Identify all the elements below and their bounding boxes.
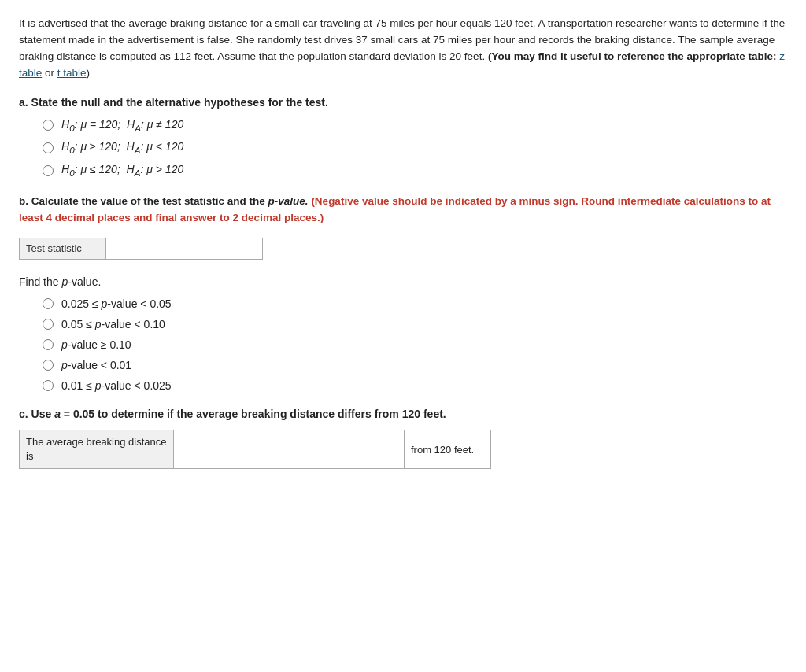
- p-value-radio-5[interactable]: [43, 380, 54, 391]
- intro-or: or: [45, 67, 57, 79]
- hypothesis-radio-group: H0: μ = 120; HA: μ ≠ 120 H0: μ ≥ 120; HA…: [43, 118, 787, 178]
- p-value-radio-2[interactable]: [43, 319, 54, 330]
- p-value-label-5[interactable]: 0.01 ≤ p-value < 0.025: [61, 379, 172, 392]
- part-a-label: a. State the null and the alternative hy…: [19, 96, 787, 109]
- part-c-section: c. Use a = 0.05 to determine if the aver…: [19, 408, 787, 469]
- intro-paragraph: It is advertised that the average brakin…: [19, 16, 787, 82]
- part-c-label: c. Use a = 0.05 to determine if the aver…: [19, 408, 787, 420]
- p-value-label-3[interactable]: p-value ≥ 0.10: [61, 338, 131, 351]
- hypothesis-option-1: H0: μ = 120; HA: μ ≠ 120: [43, 118, 787, 133]
- hypothesis-label-1[interactable]: H0: μ = 120; HA: μ ≠ 120: [61, 118, 183, 133]
- p-value-label-4[interactable]: p-value < 0.01: [61, 359, 131, 371]
- p-value-radio-4[interactable]: [43, 360, 54, 371]
- p-value-radio-1[interactable]: [43, 298, 54, 309]
- part-a-section: a. State the null and the alternative hy…: [19, 96, 787, 178]
- test-statistic-label: Test statistic: [20, 238, 106, 259]
- test-statistic-input-cell: [106, 238, 262, 259]
- test-statistic-input[interactable]: [106, 238, 262, 259]
- find-p-value-label: Find the p-value.: [19, 275, 787, 288]
- hypothesis-option-3: H0: μ ≤ 120; HA: μ > 120: [43, 163, 787, 178]
- hypothesis-radio-1[interactable]: [43, 120, 54, 131]
- p-value-option-2: 0.05 ≤ p-value < 0.10: [43, 318, 787, 330]
- intro-close-paren: ): [87, 67, 91, 79]
- part-b-label: b. Calculate the value of the test stati…: [19, 194, 787, 227]
- part-c-suffix: from 120 feet.: [404, 430, 490, 468]
- part-b-p-value-text: p-value.: [268, 195, 309, 207]
- intro-bold-text: (You may find it useful to reference the…: [488, 50, 777, 62]
- hypothesis-option-2: H0: μ ≥ 120; HA: μ < 120: [43, 140, 787, 155]
- p-value-option-1: 0.025 ≤ p-value < 0.05: [43, 297, 787, 310]
- p-value-radio-group: 0.025 ≤ p-value < 0.05 0.05 ≤ p-value < …: [43, 297, 787, 392]
- hypothesis-label-3[interactable]: H0: μ ≤ 120; HA: μ > 120: [61, 163, 183, 178]
- hypothesis-radio-3[interactable]: [43, 165, 54, 176]
- part-b-label-text: b. Calculate the value of the test stati…: [19, 195, 265, 207]
- hypothesis-label-2[interactable]: H0: μ ≥ 120; HA: μ < 120: [61, 140, 183, 155]
- part-c-answer-input[interactable]: [174, 430, 404, 468]
- part-c-row-label: The average breaking distanceis: [20, 430, 174, 468]
- p-value-option-3: p-value ≥ 0.10: [43, 338, 787, 351]
- hypothesis-radio-2[interactable]: [43, 142, 54, 153]
- p-value-option-5: 0.01 ≤ p-value < 0.025: [43, 379, 787, 392]
- p-value-label-2[interactable]: 0.05 ≤ p-value < 0.10: [61, 318, 165, 330]
- test-statistic-row: Test statistic: [19, 238, 263, 260]
- p-value-radio-3[interactable]: [43, 339, 54, 350]
- part-b-section: b. Calculate the value of the test stati…: [19, 194, 787, 392]
- part-c-input-row: The average breaking distanceis from 120…: [19, 430, 491, 469]
- p-value-label-1[interactable]: 0.025 ≤ p-value < 0.05: [61, 297, 172, 310]
- p-value-option-4: p-value < 0.01: [43, 359, 787, 371]
- t-table-link[interactable]: t table: [57, 67, 87, 79]
